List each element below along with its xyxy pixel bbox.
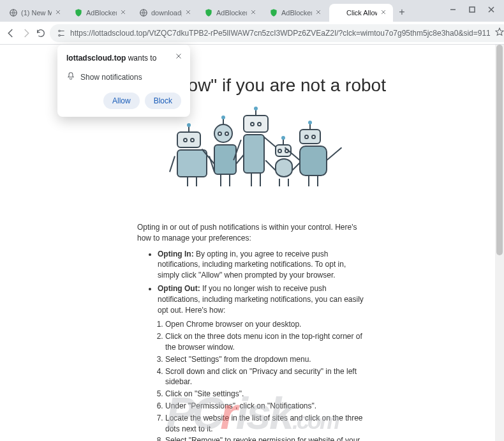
tab-title: Click Allow — [346, 9, 377, 17]
forward-button[interactable] — [20, 24, 32, 42]
tab-title: AdBlocker Prot… — [86, 9, 117, 17]
shield-icon — [204, 8, 213, 17]
vertical-scrollbar[interactable] — [495, 45, 504, 441]
bell-icon — [66, 71, 75, 82]
close-icon[interactable] — [250, 9, 258, 17]
opt-in-item: Opting In: By opting in, you agree to re… — [158, 249, 367, 281]
opt-out-steps: Open Chrome browser on your desktop. Cli… — [165, 319, 367, 441]
address-bar[interactable]: https://lottadscloud.top/VtZQC7dkuTPB2-r… — [50, 24, 504, 42]
opt-out-label: Opting Out: — [158, 284, 200, 293]
prompt-title: lottadscloud.top wants to — [66, 54, 181, 63]
block-button[interactable]: Block — [145, 93, 181, 109]
window-close-button[interactable] — [482, 3, 500, 17]
tab-title: AdBlocker Prot… — [216, 9, 247, 17]
browser-tab-active[interactable]: Click Allow — [329, 4, 393, 22]
close-icon[interactable] — [185, 9, 193, 17]
shield-icon — [74, 8, 83, 17]
browser-tab-strip: (1) New Messa… AdBlocker Prot… downloadp… — [0, 0, 504, 22]
browser-tab[interactable]: AdBlocker Prot… — [264, 4, 328, 22]
tab-title: AdBlocker Prot… — [281, 9, 312, 17]
close-icon[interactable] — [380, 9, 388, 17]
permission-row: Show notifications — [66, 71, 181, 82]
notification-permission-prompt: lottadscloud.top wants to Show notificat… — [57, 45, 190, 117]
url-text[interactable]: https://lottadscloud.top/VtZQC7dkuTPB2-r… — [70, 29, 491, 38]
step-item: Select "Settings" from the dropdown menu… — [165, 354, 367, 365]
opt-out-item: Opting Out: If you no longer wish to rec… — [158, 283, 367, 315]
scrollbar-thumb[interactable] — [496, 45, 503, 255]
window-maximize-button[interactable] — [463, 3, 481, 17]
step-item: Click on the three dots menu icon in the… — [165, 331, 367, 353]
browser-tab[interactable]: (1) New Messa… — [4, 4, 68, 22]
browser-tab[interactable]: AdBlocker Prot… — [199, 4, 263, 22]
intro-text: Opting in or out of push notifications i… — [137, 222, 367, 244]
step-item: Open Chrome browser on your desktop. — [165, 319, 367, 330]
robot-icon — [299, 129, 327, 189]
tab-title: (1) New Messa… — [21, 9, 52, 17]
step-item: Scroll down and click on "Privacy and se… — [165, 366, 367, 388]
new-tab-button[interactable]: + — [394, 4, 410, 20]
close-icon[interactable] — [175, 51, 184, 60]
page-icon — [334, 8, 343, 17]
step-item: Click on "Site settings". — [165, 389, 367, 400]
svg-point-3 — [59, 30, 61, 32]
step-item: Under "Permissions", click on "Notificat… — [165, 401, 367, 412]
site-info-icon[interactable] — [56, 28, 66, 38]
window-minimize-button[interactable] — [444, 3, 462, 17]
robot-icon — [177, 131, 207, 189]
svg-rect-2 — [470, 7, 475, 12]
prompt-origin: lottadscloud.top — [66, 54, 126, 63]
allow-button[interactable]: Allow — [103, 93, 140, 109]
svg-point-4 — [59, 34, 61, 36]
tab-title: downloadporta… — [151, 9, 182, 17]
opt-in-label: Opting In: — [158, 250, 194, 258]
content-body: Opting in or out of push notifications i… — [137, 222, 367, 441]
browser-tab[interactable]: downloadporta… — [134, 4, 198, 22]
permission-label: Show notifications — [80, 73, 142, 82]
globe-icon — [139, 8, 148, 17]
robot-icon — [243, 115, 269, 189]
browser-tab[interactable]: AdBlocker Prot… — [69, 4, 133, 22]
shield-icon — [269, 8, 278, 17]
close-icon[interactable] — [55, 9, 63, 17]
close-icon[interactable] — [315, 9, 323, 17]
bookmark-star-icon[interactable] — [494, 27, 504, 40]
browser-toolbar: https://lottadscloud.top/VtZQC7dkuTPB2-r… — [0, 22, 504, 45]
reload-button[interactable] — [36, 24, 46, 42]
back-button[interactable] — [5, 24, 17, 42]
step-item: Select "Remove" to revoke permission for… — [165, 435, 367, 441]
robots-illustration — [177, 100, 327, 189]
close-icon[interactable] — [120, 9, 128, 17]
globe-icon — [9, 8, 18, 17]
prompt-suffix: wants to — [128, 54, 157, 63]
robot-icon — [214, 124, 237, 189]
step-item: Locate the website in the list of sites … — [165, 413, 367, 435]
